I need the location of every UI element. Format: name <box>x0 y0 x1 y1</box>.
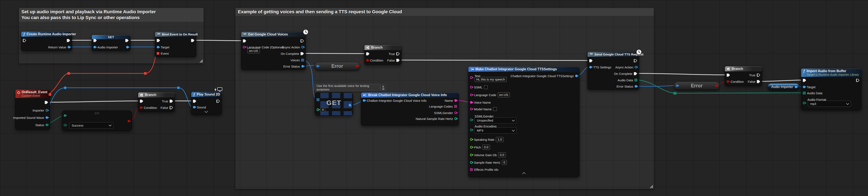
pitch-pin[interactable] <box>470 146 472 148</box>
node-set-audio-importer[interactable]: SET Audio Importer <box>92 35 130 51</box>
condition-pin[interactable] <box>140 106 143 109</box>
variable-out-pin[interactable] <box>795 86 797 88</box>
natural-sample-rate-pin[interactable] <box>455 117 457 120</box>
sample-rate-pin[interactable] <box>470 161 472 164</box>
on-complete-exec-pin[interactable] <box>634 72 637 75</box>
event-delegate-pin[interactable] <box>157 52 159 55</box>
effects-profile-ids-array-pin[interactable] <box>470 168 473 171</box>
true-exec-pin[interactable] <box>757 74 760 77</box>
element-out-pin[interactable] <box>348 104 351 107</box>
exec-out-pin[interactable] <box>856 79 860 82</box>
target-pin[interactable] <box>803 86 805 88</box>
audio-importer-in-pin[interactable] <box>93 46 96 48</box>
on-complete-exec-pin[interactable] <box>301 52 304 55</box>
node-equal-enum[interactable]: == Success <box>62 111 132 131</box>
audio-encoding-dropdown[interactable]: MP3 <box>474 128 517 134</box>
node-onresult-custom-event[interactable]: ◇ OnResult_Event Custom Event Importer I… <box>15 89 50 130</box>
node-create-runtime-audio-importer[interactable]: ƒCreate Runtime Audio Importer Return Va… <box>21 31 72 51</box>
array-input-pin[interactable] <box>317 99 319 101</box>
language-code-field[interactable]: en-US <box>498 92 510 97</box>
equal-input-b-pin[interactable] <box>64 124 66 127</box>
audio-format-pin[interactable] <box>803 102 805 104</box>
pinned-bubble-comment[interactable]: Use the first available voice for testin… <box>314 84 380 91</box>
node-branch-1[interactable]: Branch True Condition False <box>138 92 175 112</box>
tts-settings-pin[interactable] <box>589 66 592 68</box>
node-error-macro-2[interactable]: Error <box>674 82 720 90</box>
reroute-node-red-1[interactable] <box>67 72 70 75</box>
volume-gain-field[interactable]: 0.0 <box>498 152 506 158</box>
exec-out-pin[interactable] <box>67 39 70 42</box>
exec-out-pin[interactable] <box>301 39 304 43</box>
exec-in-pin[interactable] <box>23 39 26 42</box>
exec-in-pin[interactable] <box>243 39 246 43</box>
error-out-pin[interactable] <box>355 65 358 67</box>
exec-in-pin[interactable] <box>803 79 806 82</box>
ttssettings-out-pin[interactable] <box>575 75 578 77</box>
language-code-pin[interactable] <box>470 94 472 96</box>
async-action-pin[interactable] <box>635 66 637 68</box>
delegate-out-pin[interactable] <box>49 93 51 96</box>
node-bind-event-to-on-result[interactable]: Bind Event to On Result Target Event <box>155 32 196 57</box>
language-code-pin[interactable] <box>243 46 245 48</box>
node-play-sound-2d[interactable]: ƒPlay Sound 2D Sound <box>191 92 222 115</box>
node-audio-importer-variable[interactable]: Audio Importer <box>768 83 799 90</box>
speaking-rate-field[interactable]: 1.0 <box>496 137 503 142</box>
true-exec-pin[interactable] <box>169 100 173 103</box>
exec-in-pin[interactable] <box>727 74 730 77</box>
ssml-checkbox[interactable] <box>484 85 488 89</box>
audio-data-array-pin[interactable] <box>803 92 806 94</box>
false-exec-pin[interactable] <box>169 106 173 109</box>
reroute-node-blue-2[interactable] <box>177 87 180 89</box>
exec-in-pin[interactable] <box>93 39 97 42</box>
equal-result-pin[interactable] <box>128 120 130 122</box>
text-field[interactable]: Hi, this is my speech <box>474 77 507 82</box>
exec-in-pin[interactable] <box>366 52 369 55</box>
exec-in-pin[interactable] <box>140 100 143 103</box>
audio-format-dropdown[interactable]: mp3 <box>808 101 851 107</box>
ssml-gender-dropdown[interactable]: Unspecified <box>474 117 517 123</box>
exec-out-pin[interactable] <box>191 39 194 42</box>
importer-out-pin[interactable] <box>45 109 48 112</box>
error-in-pin[interactable] <box>676 84 678 87</box>
error-status-pin[interactable] <box>635 85 637 88</box>
ssml-gender-pin[interactable] <box>470 119 472 121</box>
voice-info-input-pin[interactable] <box>363 99 365 102</box>
index-pin[interactable] <box>317 108 319 111</box>
value-out-pin[interactable] <box>126 46 129 48</box>
exec-out-pin[interactable] <box>216 100 220 103</box>
language-codes-array-pin[interactable] <box>454 105 457 108</box>
exec-out-pin[interactable] <box>634 59 637 62</box>
node-get-google-cloud-voices[interactable]: Get Google Cloud Voices Language Code (O… <box>241 32 306 70</box>
async-action-pin[interactable] <box>301 46 304 48</box>
error-out-pin[interactable] <box>715 84 717 87</box>
node-branch-2[interactable]: Branch True Condition False <box>364 45 402 65</box>
exec-out-pin[interactable] <box>45 101 48 104</box>
condition-pin[interactable] <box>727 80 729 83</box>
exec-out-pin[interactable] <box>125 39 129 42</box>
return-value-pin[interactable] <box>68 46 70 48</box>
target-pin[interactable] <box>157 46 159 48</box>
condition-pin[interactable] <box>366 59 369 61</box>
model-name-pin[interactable] <box>470 108 472 110</box>
pitch-field[interactable]: 0.0 <box>482 145 490 150</box>
blueprint-graph-canvas[interactable]: { "comments": { "setup": { "line1": "Set… <box>0 0 868 196</box>
name-out-pin[interactable] <box>455 99 457 102</box>
expand-advanced-chevron[interactable] <box>205 109 208 113</box>
collapse-chevron[interactable] <box>522 172 526 176</box>
node-send-google-cloud-tts-request[interactable]: Send Google Cloud TTS Request TTS Settin… <box>587 52 639 90</box>
volume-gain-pin[interactable] <box>470 154 472 156</box>
sample-rate-field[interactable]: 0 <box>502 160 507 165</box>
node-branch-3[interactable]: Branch True Condition False <box>725 66 762 86</box>
reroute-node-blue-1[interactable] <box>64 87 67 89</box>
audio-encoding-pin[interactable] <box>470 129 472 131</box>
node-make-tts-settings[interactable]: Make Chatbot Integrator Google Cloud TTS… <box>468 66 580 177</box>
node-error-macro-1[interactable]: Error <box>314 62 360 70</box>
false-exec-pin[interactable] <box>396 59 400 62</box>
node-array-get[interactable]: GET 0 <box>315 92 353 115</box>
exec-in-pin[interactable] <box>157 39 160 42</box>
language-code-field[interactable]: en-US <box>247 48 260 53</box>
exec-in-pin[interactable] <box>193 100 196 103</box>
sound-pin[interactable] <box>193 106 195 108</box>
equal-input-a-pin[interactable] <box>64 114 66 117</box>
ssml-gender-out-pin[interactable] <box>455 112 457 114</box>
